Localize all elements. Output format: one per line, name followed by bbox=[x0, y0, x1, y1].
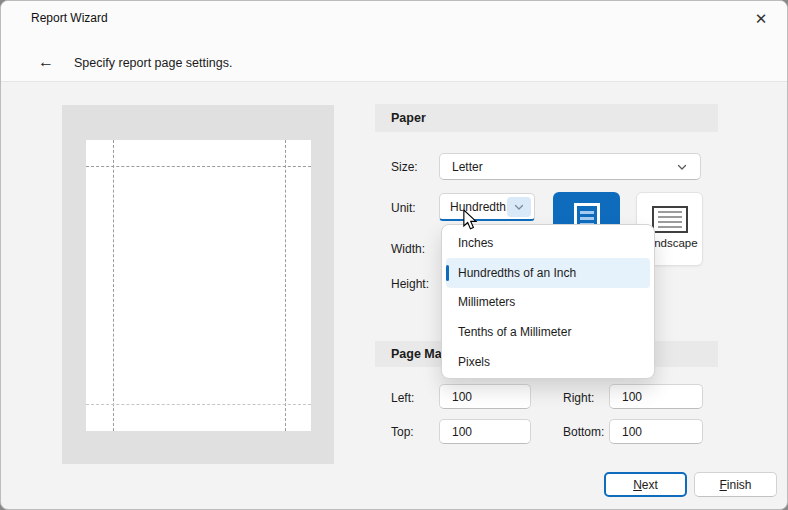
finish-button[interactable]: Finish bbox=[694, 472, 777, 497]
window-title: Report Wizard bbox=[31, 11, 108, 25]
close-icon: ✕ bbox=[755, 10, 768, 28]
margin-left-input[interactable]: 100 bbox=[439, 384, 531, 409]
right-margin-guide bbox=[285, 140, 286, 431]
height-label: Height: bbox=[391, 277, 429, 291]
unit-label: Unit: bbox=[391, 201, 416, 215]
finish-button-label: Finish bbox=[719, 478, 751, 492]
unit-option-tenths-of-a-millimeter[interactable]: Tenths of a Millimeter bbox=[446, 317, 650, 347]
bottom-margin-guide bbox=[86, 404, 311, 405]
unit-dropdown-popup: Inches Hundredths of an Inch Millimeters… bbox=[441, 224, 655, 379]
page-preview-sheet bbox=[86, 140, 311, 431]
close-button[interactable]: ✕ bbox=[749, 7, 773, 31]
margin-right-input[interactable]: 100 bbox=[609, 384, 703, 409]
chevron-down-icon bbox=[513, 201, 525, 213]
unit-option-hundredths-of-an-inch[interactable]: Hundredths of an Inch bbox=[446, 258, 650, 288]
unit-option-pixels[interactable]: Pixels bbox=[446, 347, 650, 377]
mouse-cursor-icon bbox=[462, 210, 480, 230]
unit-option-inches[interactable]: Inches bbox=[446, 228, 650, 258]
unit-option-millimeters[interactable]: Millimeters bbox=[446, 288, 650, 318]
margin-left-label: Left: bbox=[391, 391, 414, 405]
margin-bottom-input[interactable]: 100 bbox=[609, 419, 703, 444]
size-label: Size: bbox=[391, 160, 418, 174]
left-margin-guide bbox=[113, 140, 114, 431]
margin-left-value: 100 bbox=[452, 390, 472, 404]
report-wizard-dialog: Report Wizard ✕ ← Specify report page se… bbox=[0, 0, 788, 510]
next-button[interactable]: Next bbox=[604, 472, 687, 497]
margin-right-label: Right: bbox=[563, 391, 594, 405]
back-button[interactable]: ← bbox=[34, 51, 58, 73]
width-label: Width: bbox=[391, 242, 425, 256]
unit-combobox[interactable]: Hundredth... bbox=[439, 193, 535, 221]
size-combobox[interactable]: Letter bbox=[439, 153, 701, 180]
size-value: Letter bbox=[440, 160, 676, 174]
margin-right-value: 100 bbox=[622, 390, 642, 404]
wizard-step-subtitle: Specify report page settings. bbox=[74, 56, 232, 70]
top-margin-guide bbox=[86, 166, 311, 167]
paper-section-header: Paper bbox=[375, 104, 718, 132]
margin-top-label: Top: bbox=[391, 425, 414, 439]
margin-bottom-value: 100 bbox=[622, 425, 642, 439]
landscape-page-icon bbox=[652, 206, 688, 233]
unit-dropdown-button[interactable] bbox=[507, 197, 531, 217]
margin-top-value: 100 bbox=[452, 425, 472, 439]
back-arrow-icon: ← bbox=[38, 53, 54, 71]
margin-bottom-label: Bottom: bbox=[563, 425, 604, 439]
margin-top-input[interactable]: 100 bbox=[439, 419, 531, 444]
page-preview bbox=[62, 105, 334, 464]
chevron-down-icon bbox=[676, 161, 688, 173]
next-button-label: Next bbox=[633, 478, 658, 492]
paper-section-title: Paper bbox=[391, 111, 426, 125]
